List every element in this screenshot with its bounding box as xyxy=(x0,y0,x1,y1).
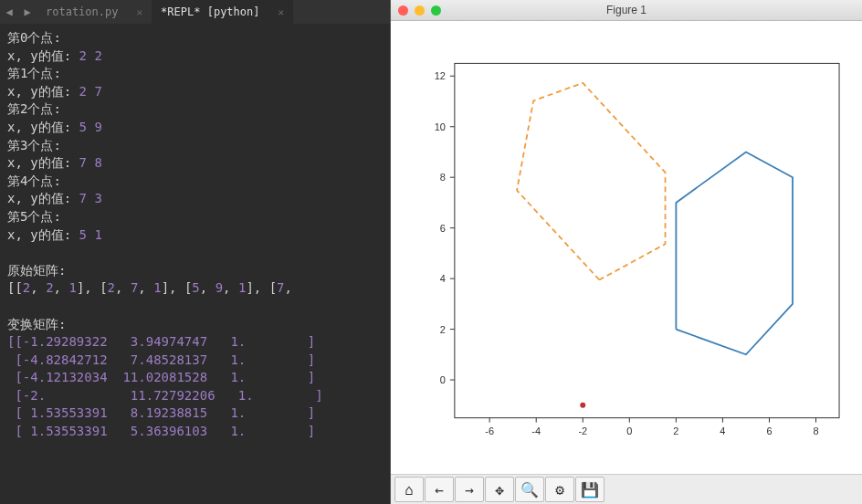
output-line: 第0个点: xyxy=(7,30,61,45)
num: 7 xyxy=(277,280,284,295)
editor-pane: ◀ ▶ rotation.py ✕ *REPL* [python] ✕ 第0个点… xyxy=(0,0,390,504)
output-line: 变换矩阵: xyxy=(7,317,66,331)
arrow-right-icon: → xyxy=(465,481,474,499)
svg-text:4: 4 xyxy=(440,273,446,284)
home-icon: ⌂ xyxy=(405,481,414,499)
output-line: 第3个点: xyxy=(7,138,61,152)
output-value: 7 8 xyxy=(79,155,102,170)
nav-forward-icon[interactable]: ▶ xyxy=(18,5,37,18)
figure-window: Figure 1 -6-4-202468024681012 ⌂ ← → ✥ 🔍 … xyxy=(390,0,862,504)
output-line: 第1个点: xyxy=(7,66,61,80)
matrix-row: [-2. 11.72792206 1. ] xyxy=(7,388,323,403)
output-value: 5 1 xyxy=(79,227,102,242)
svg-text:-2: -2 xyxy=(578,425,587,436)
matrix-row: [-4.82842712 7.48528137 1. ] xyxy=(7,352,315,367)
output-value: 5 9 xyxy=(79,120,102,134)
nav-back-icon[interactable]: ◀ xyxy=(0,5,18,18)
output-label: x, y的值: xyxy=(7,48,79,63)
close-icon[interactable]: ✕ xyxy=(278,6,284,18)
output-label: x, y的值: xyxy=(7,155,79,170)
zoom-icon: 🔍 xyxy=(520,481,539,499)
matrix-row: [ 1.53553391 5.36396103 1. ] xyxy=(7,424,315,438)
svg-text:12: 12 xyxy=(435,70,446,81)
output-value: 7 3 xyxy=(79,191,102,205)
pan-button[interactable]: ✥ xyxy=(485,477,514,502)
svg-text:8: 8 xyxy=(440,172,446,183)
output-value: 2 7 xyxy=(79,84,102,99)
output-line: 第5个点: xyxy=(7,209,61,224)
window-title: Figure 1 xyxy=(391,4,862,16)
num: 9 xyxy=(216,280,223,295)
output-label: x, y的值: xyxy=(7,120,79,134)
matrix-row: [[-1.29289322 3.94974747 1. ] xyxy=(7,334,315,349)
num: 2 xyxy=(46,280,53,295)
num: 1 xyxy=(68,280,76,295)
tab-bar: ◀ ▶ rotation.py ✕ *REPL* [python] ✕ xyxy=(0,0,390,24)
repl-output[interactable]: 第0个点: x, y的值: 2 2 第1个点: x, y的值: 2 7 第2个点… xyxy=(0,24,390,446)
bracket: ], [ xyxy=(162,280,193,295)
tab-rotation[interactable]: rotation.py ✕ xyxy=(37,0,152,24)
tab-label: rotation.py xyxy=(46,5,118,18)
output-line: 原始矩阵: xyxy=(7,263,66,278)
sliders-icon: ⚙ xyxy=(555,481,564,499)
output-label: x, y的值: xyxy=(7,84,79,99)
figure-toolbar: ⌂ ← → ✥ 🔍 ⚙ 💾 xyxy=(391,474,862,504)
save-button[interactable]: 💾 xyxy=(575,477,604,502)
configure-button[interactable]: ⚙ xyxy=(545,477,574,502)
save-icon: 💾 xyxy=(581,481,599,499)
chart-canvas[interactable]: -6-4-202468024681012 xyxy=(391,21,862,474)
svg-text:6: 6 xyxy=(766,425,772,436)
window-titlebar[interactable]: Figure 1 xyxy=(391,0,862,21)
svg-text:0: 0 xyxy=(626,425,632,436)
comma: , xyxy=(115,280,131,295)
comma: , xyxy=(285,280,292,295)
num: 2 xyxy=(108,280,115,295)
bracket: [[ xyxy=(7,280,23,295)
output-value: 2 2 xyxy=(79,48,102,63)
comma: , xyxy=(54,280,69,295)
svg-rect-0 xyxy=(455,64,839,418)
bracket: ], [ xyxy=(77,280,108,295)
home-button[interactable]: ⌂ xyxy=(394,477,424,502)
comma: , xyxy=(223,280,238,295)
comma: , xyxy=(138,280,153,295)
svg-text:4: 4 xyxy=(720,425,725,436)
svg-text:10: 10 xyxy=(435,121,446,132)
svg-text:8: 8 xyxy=(813,425,818,436)
svg-text:-6: -6 xyxy=(485,425,494,436)
svg-text:2: 2 xyxy=(440,324,446,335)
matrix-row: [-4.12132034 11.02081528 1. ] xyxy=(7,370,315,384)
svg-text:-4: -4 xyxy=(531,425,541,436)
forward-button[interactable]: → xyxy=(455,477,484,502)
bracket: ], [ xyxy=(246,280,277,295)
output-label: x, y的值: xyxy=(7,191,79,205)
move-icon: ✥ xyxy=(495,481,504,499)
svg-text:6: 6 xyxy=(440,223,446,234)
output-line: 第4个点: xyxy=(7,173,61,188)
tab-label: *REPL* [python] xyxy=(161,5,259,18)
close-icon[interactable]: ✕ xyxy=(136,6,142,18)
back-button[interactable]: ← xyxy=(425,477,454,502)
tab-repl[interactable]: *REPL* [python] ✕ xyxy=(152,0,293,24)
num: 5 xyxy=(192,280,199,295)
matrix-row: [ 1.53553391 8.19238815 1. ] xyxy=(7,405,315,420)
zoom-button[interactable]: 🔍 xyxy=(515,477,544,502)
num: 1 xyxy=(153,280,161,295)
comma: , xyxy=(200,280,216,295)
svg-point-31 xyxy=(580,403,585,408)
output-label: x, y的值: xyxy=(7,227,79,242)
comma: , xyxy=(30,280,46,295)
arrow-left-icon: ← xyxy=(435,481,444,499)
svg-text:2: 2 xyxy=(673,425,678,436)
output-line: 第2个点: xyxy=(7,101,61,116)
svg-text:0: 0 xyxy=(440,374,446,385)
plot-area[interactable]: -6-4-202468024681012 xyxy=(391,21,862,474)
